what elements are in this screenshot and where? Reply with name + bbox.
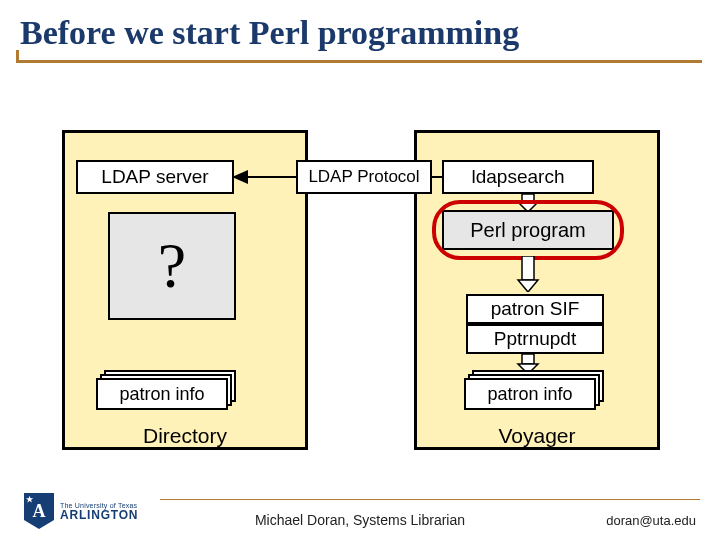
pptrnupdt-box: Pptrnupdt	[466, 324, 604, 354]
ldapsearch-box: ldapsearch	[442, 160, 594, 194]
slide-title: Before we start Perl programming	[20, 14, 519, 52]
patron-sif-box: patron SIF	[466, 294, 604, 324]
system-label-right: Voyager	[414, 424, 660, 448]
footer: ★ A The University of Texas ARLINGTON Mi…	[0, 488, 720, 540]
slide: Before we start Perl programming LDAP se…	[0, 0, 720, 540]
patron-info-label: patron info	[464, 378, 596, 410]
ldap-server-box: LDAP server	[76, 160, 234, 194]
patron-info-stack-right: patron info	[464, 370, 604, 406]
patron-info-label: patron info	[96, 378, 228, 410]
title-rule	[16, 60, 702, 63]
protocol-box: LDAP Protocol	[296, 160, 432, 194]
footer-email: doran@uta.edu	[606, 513, 696, 528]
perl-program-box: Perl program	[442, 210, 614, 250]
question-box: ?	[108, 212, 236, 320]
system-label-left: Directory	[62, 424, 308, 448]
star-icon: ★	[26, 495, 33, 504]
footer-rule	[160, 499, 700, 500]
patron-info-stack-left: patron info	[96, 370, 236, 406]
